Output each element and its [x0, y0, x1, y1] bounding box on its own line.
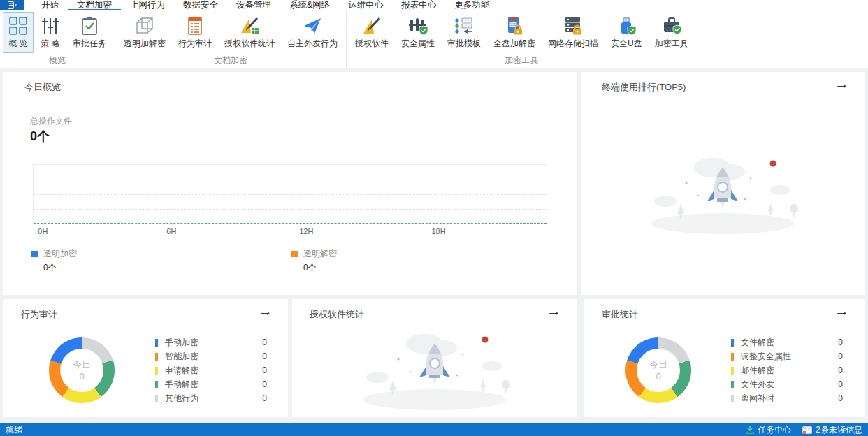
task-center-button[interactable]: 任务中心: [746, 424, 791, 436]
ribbon-item-label: 自主外发行为: [287, 38, 338, 50]
ribbon-group-label: 概览: [2, 53, 113, 69]
ribbon-group-encryption-tools: 授权软件 安全属性: [347, 10, 697, 68]
ribbon-item-approval-template[interactable]: 审批模板: [442, 12, 486, 53]
tab-web-behavior[interactable]: 上网行为: [121, 0, 174, 10]
donut-legend: 手动加密0 智能加密0 申请解密0 手动解密0 其他行为0: [155, 335, 267, 405]
legend-row: 离网补时0: [731, 391, 843, 405]
tab-document-encryption[interactable]: 文档加密: [68, 0, 121, 10]
usb-shield-icon: [616, 16, 636, 36]
legend-value: 0个: [43, 262, 77, 274]
zero-value-series-line: [34, 223, 547, 224]
ribbon-item-outgoing-behavior[interactable]: 自主外发行为: [282, 12, 343, 53]
menu-bar: 开始 文档加密 上网行为 数据安全 设备管理 系统&网络 运维中心 报表中心 更…: [0, 0, 868, 10]
total-files-value: 0个: [30, 128, 50, 145]
ribbon-item-network-storage-scan[interactable]: 网络存储扫描: [542, 12, 604, 53]
x-axis-ticks: 0H 6H 12H 18H: [33, 227, 547, 237]
tab-report-center[interactable]: 报表中心: [392, 0, 445, 10]
task-center-label: 任务中心: [758, 424, 791, 436]
tab-device-management[interactable]: 设备管理: [227, 0, 280, 10]
tab-data-security[interactable]: 数据安全: [174, 0, 227, 10]
ribbon-item-overview[interactable]: 概 览: [3, 12, 34, 53]
x-tick: 12H: [299, 227, 313, 235]
ribbon-item-label: 概 览: [8, 38, 27, 50]
card-authorized-software-stats: 授权软件统计 →: [292, 299, 577, 417]
server-lock-icon: [563, 16, 583, 36]
legend-label: 透明加密: [43, 248, 77, 260]
x-tick: 6H: [166, 227, 176, 235]
ribbon-item-label: 加密工具: [655, 38, 688, 50]
audit-list-icon: [185, 16, 205, 36]
ribbon-item-authorized-software[interactable]: 授权软件: [349, 12, 394, 53]
app-window-icon: [8, 1, 17, 9]
ribbon-item-approval-tasks[interactable]: 审批任务: [67, 12, 112, 53]
app-menu-button[interactable]: [0, 0, 24, 10]
empty-state-rocket-illustration: [351, 321, 519, 412]
policy-sliders-icon: [41, 16, 60, 36]
arrow-right-icon[interactable]: →: [547, 303, 561, 318]
card-approval-stats: 审批统计 → 今日0 文件解密0 调整安全属性0 邮件解密0 文件外发0 离网补…: [584, 299, 865, 417]
overview-grid-icon: [8, 16, 28, 36]
ribbon-item-label: 授权软件: [355, 38, 389, 50]
ribbon-item-label: 安全U盘: [611, 38, 642, 50]
status-bar: 就绪 任务中心 2条未读信息: [0, 423, 868, 436]
legend-row: 其他行为0: [155, 391, 267, 405]
unread-messages-label: 2条未读信息: [816, 424, 862, 436]
ribbon-item-behavior-audit[interactable]: 行为审计: [173, 12, 217, 53]
ribbon-item-security-attributes[interactable]: 安全属性: [396, 12, 440, 53]
flow-template-icon: [454, 16, 474, 36]
card-title: 终端使用排行(TOP5): [602, 81, 686, 94]
fence-shield-icon: [408, 16, 428, 36]
card-terminal-ranking: 终端使用排行(TOP5) →: [581, 72, 865, 295]
setsquare-pencil-icon: [362, 16, 382, 36]
ribbon-item-label: 审批任务: [73, 38, 106, 50]
ribbon-item-policy[interactable]: 策 略: [35, 12, 66, 53]
ribbon-item-label: 透明加解密: [124, 38, 166, 50]
caret-down-icon: [15, 5, 17, 6]
ribbon-item-label: 授权软件统计: [224, 38, 275, 50]
cube-icon: [135, 16, 154, 36]
legend-swatch: [291, 251, 298, 257]
donut-center-text: 今日0: [49, 358, 115, 382]
legend-row: 申请解密0: [155, 363, 267, 377]
x-tick: 0H: [38, 227, 48, 235]
card-title: 审批统计: [602, 308, 638, 321]
tab-system-network[interactable]: 系统&网络: [280, 0, 339, 10]
arrow-right-icon[interactable]: →: [834, 76, 849, 91]
legend-row: 邮件解密0: [731, 363, 843, 377]
ribbon-item-label: 网络存储扫描: [548, 38, 598, 50]
unread-messages-button[interactable]: 2条未读信息: [802, 424, 862, 436]
ribbon-item-encryption-tools[interactable]: 加密工具: [649, 12, 694, 53]
legend-row: 手动解密0: [155, 377, 267, 391]
legend-transparent-decryption: 透明解密 0个: [291, 248, 337, 274]
ribbon-group-label: 文档加密: [117, 53, 344, 69]
arrow-right-icon[interactable]: →: [258, 303, 273, 318]
arrow-right-icon[interactable]: →: [834, 303, 849, 318]
legend-row: 文件解密0: [731, 335, 843, 349]
line-chart-plot-area: [33, 164, 547, 224]
ribbon-toolbar: 概 览 策 略 审批任务 概览: [0, 10, 868, 68]
ribbon-item-authorized-software-stats[interactable]: 授权软件统计: [219, 12, 280, 53]
ribbon-group-document-encryption: 透明加解密 行为审计: [115, 10, 347, 68]
mail-icon: [802, 426, 812, 434]
tab-ops-center[interactable]: 运维中心: [339, 0, 392, 10]
ribbon-group-overview: 概 览 策 略 审批任务 概览: [0, 10, 115, 68]
ribbon-item-transparent-encryption[interactable]: 透明加解密: [118, 12, 171, 53]
card-title: 行为审计: [21, 308, 57, 321]
ribbon-item-label: 行为审计: [178, 38, 212, 50]
legend-value: 0个: [303, 262, 337, 274]
total-files-label: 总操作文件: [30, 115, 72, 127]
ssd-lock-icon: SSD: [505, 16, 524, 36]
ribbon-group-label: 加密工具: [349, 53, 695, 69]
ribbon-item-secure-usb[interactable]: 安全U盘: [605, 12, 648, 53]
tab-more-functions[interactable]: 更多功能: [445, 0, 498, 10]
menu-tabs: 开始 文档加密 上网行为 数据安全 设备管理 系统&网络 运维中心 报表中心 更…: [32, 0, 498, 10]
ribbon-item-fulldisk-encryption[interactable]: SSD 全盘加解密: [488, 12, 541, 53]
download-icon: [746, 426, 754, 434]
approval-clipboard-icon: [80, 16, 99, 36]
legend-swatch: [31, 251, 38, 257]
ribbon-item-label: 审批模板: [447, 38, 481, 50]
tab-start[interactable]: 开始: [32, 0, 68, 10]
donut-legend: 文件解密0 调整安全属性0 邮件解密0 文件外发0 离网补时0: [731, 335, 843, 405]
legend-transparent-encryption: 透明加密 0个: [31, 248, 77, 274]
ribbon-item-label: 安全属性: [401, 38, 435, 50]
